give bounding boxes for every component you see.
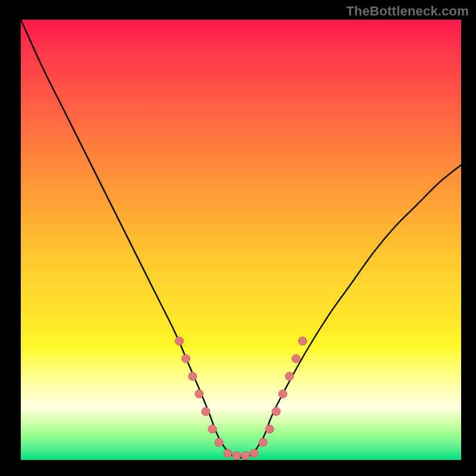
outer-frame: TheBottleneck.com bbox=[0, 0, 476, 476]
curve-marker bbox=[278, 390, 287, 398]
curve-marker bbox=[272, 408, 280, 416]
curve-marker bbox=[285, 372, 293, 380]
marker-layer bbox=[175, 337, 306, 459]
curve-marker bbox=[175, 337, 183, 345]
curve-marker bbox=[241, 452, 249, 460]
bottleneck-curve bbox=[21, 20, 461, 458]
curve-marker bbox=[259, 438, 267, 446]
curve-marker bbox=[189, 372, 197, 380]
curve-layer bbox=[21, 20, 461, 458]
curve-marker bbox=[182, 355, 190, 363]
curve-marker bbox=[202, 408, 210, 416]
curve-marker bbox=[292, 355, 300, 363]
curve-marker bbox=[250, 449, 258, 458]
curve-marker bbox=[195, 390, 203, 398]
curve-marker bbox=[299, 337, 307, 345]
curve-marker bbox=[224, 449, 232, 458]
curve-marker bbox=[265, 425, 274, 433]
watermark-text: TheBottleneck.com bbox=[346, 4, 469, 19]
chart-svg bbox=[21, 20, 461, 460]
curve-marker bbox=[208, 425, 217, 433]
curve-marker bbox=[215, 438, 223, 446]
curve-marker bbox=[233, 452, 241, 460]
